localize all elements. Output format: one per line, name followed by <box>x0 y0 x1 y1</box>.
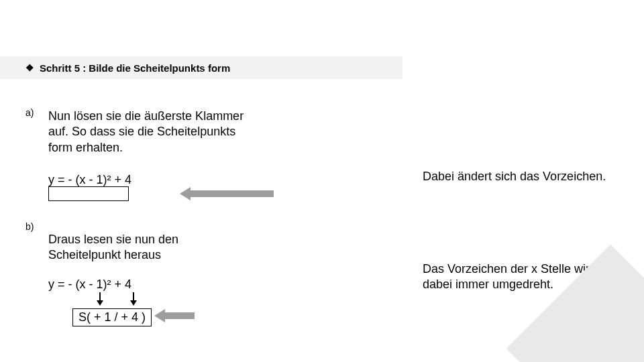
label-a: a) <box>25 107 34 118</box>
arrow-left-icon <box>154 309 195 322</box>
step-title: Schritt 5 : Bilde die Scheitelpunkts for… <box>40 62 230 74</box>
paragraph-b: Draus lesen sie nun den Scheitelpunkt he… <box>48 232 250 263</box>
equation-a: y = - (x - 1)² + 4 <box>48 173 131 187</box>
result-box: S( + 1 / + 4 ) <box>72 308 152 326</box>
arrow-left-icon <box>180 187 274 200</box>
paragraph-a: Nun lösen sie die äußerste Klammer auf. … <box>48 109 250 156</box>
equation-b: y = - (x - 1)² + 4 <box>48 278 131 292</box>
bullet-icon: ❖ <box>25 62 34 73</box>
empty-box-a <box>48 186 129 201</box>
step-header: ❖ Schritt 5 : Bilde die Scheitelpunkts f… <box>0 56 402 79</box>
note-a: Dabei ändert sich das Vorzeichen. <box>423 169 610 184</box>
arrow-down-icon <box>130 292 137 307</box>
arrow-down-icon <box>97 292 103 307</box>
label-b: b) <box>25 221 34 232</box>
